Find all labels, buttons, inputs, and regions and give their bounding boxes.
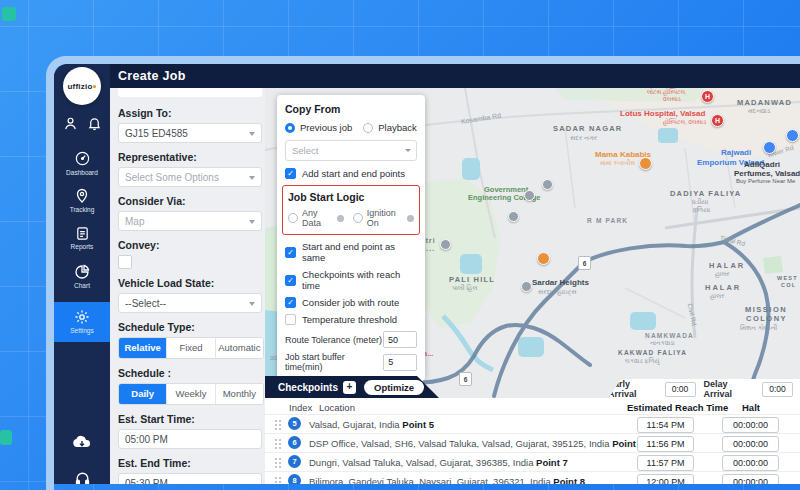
brand-name: uffizio	[68, 82, 93, 91]
reach-time-input[interactable]: 12:00 PM	[637, 474, 694, 485]
option-checkbox[interactable]: ✓	[285, 247, 296, 258]
map-label: Lotus Hospital, Valsad	[620, 109, 705, 118]
optimize-button[interactable]: Optimize	[364, 380, 424, 395]
sidebar-item-dashboard[interactable]: Dashboard	[54, 150, 110, 176]
option-row[interactable]: ✓ Start and end point as same	[285, 241, 417, 263]
halt-input[interactable]: 00:00:00	[722, 455, 779, 471]
job-start-logic-box: Job Start Logic Any Data Ignition On	[282, 185, 420, 235]
copy-from-title: Copy From	[285, 103, 417, 115]
headset-icon[interactable]	[54, 470, 110, 484]
map-label: પાલી હિલ	[452, 284, 477, 292]
ignition-on-radio[interactable]	[353, 213, 363, 223]
halt-input[interactable]: 00:00:00	[722, 436, 779, 452]
representative-select[interactable]: Select Some Options	[118, 167, 262, 187]
schedule-type-relative[interactable]: Relative	[119, 338, 167, 358]
chevron-down-icon	[249, 302, 255, 306]
route-tolerance-input[interactable]: 50	[383, 331, 417, 348]
halt-header: Halt	[742, 402, 760, 413]
consider-via-select[interactable]: Map	[118, 211, 262, 231]
map-label: HALAR	[705, 283, 741, 292]
sidebar: uffizio Dashboard Tracking	[54, 64, 110, 484]
sidebar-item-tracking[interactable]: Tracking	[54, 188, 110, 213]
location-text: Valsad, Gujarat, India Point 5	[309, 419, 434, 430]
map-marker-icon	[639, 157, 652, 170]
map-label: COL	[781, 282, 796, 288]
map-marker-icon	[763, 141, 776, 154]
schedule-type-fixed[interactable]: Fixed	[167, 338, 215, 358]
pie-chart-icon	[54, 264, 110, 280]
add-checkpoint-button[interactable]: +	[343, 381, 356, 394]
schedule-monthly[interactable]: Monthly	[216, 384, 263, 404]
map-label: HALAR	[709, 261, 745, 270]
halt-input[interactable]: 00:00:00	[722, 474, 779, 485]
copy-from-panel: Copy From Previous job Playback Select ✓…	[277, 95, 425, 381]
sidebar-item-settings[interactable]: Settings	[54, 302, 110, 342]
buffer-time-input[interactable]: 5	[383, 354, 417, 371]
map-label: R M PARK	[587, 217, 628, 224]
map-label: Rajwadi	[721, 148, 751, 157]
any-data-radio[interactable]	[288, 213, 298, 223]
drag-handle-icon[interactable]	[275, 420, 277, 422]
est-start-input[interactable]: 05:00 PM	[118, 429, 262, 449]
drag-handle-icon[interactable]	[275, 439, 277, 441]
playback-radio[interactable]	[363, 123, 373, 133]
schedule-weekly[interactable]: Weekly	[167, 384, 215, 404]
option-checkbox[interactable]: ✓	[285, 275, 296, 286]
sidebar-item-reports[interactable]: Reports	[54, 226, 110, 250]
map-label: SADAR NAGAR	[553, 124, 622, 133]
vehicle-load-select[interactable]: --Select--	[118, 293, 262, 313]
map-label: KAKWAD FALIYA	[618, 349, 687, 356]
drag-handle-icon[interactable]	[275, 458, 277, 460]
schedule-daily[interactable]: Daily	[119, 384, 167, 404]
cloud-download-icon[interactable]	[54, 434, 110, 450]
option-row[interactable]: Temperature threshold	[285, 314, 417, 325]
halt-input[interactable]: 00:00:00	[722, 417, 779, 433]
schedule-type-label: Schedule Type:	[118, 321, 265, 333]
location-header: Location	[319, 402, 355, 413]
convey-checkbox[interactable]	[118, 255, 132, 269]
convey-label: Convey:	[118, 239, 265, 251]
previous-job-radio[interactable]	[285, 123, 295, 133]
map-label: Sardar Heights	[532, 278, 589, 287]
reach-time-input[interactable]: 11:54 PM	[637, 417, 694, 433]
partial-input[interactable]	[118, 88, 262, 97]
map-label: હાલર	[710, 292, 725, 300]
option-row[interactable]: ✓ Consider job with route	[285, 297, 417, 308]
map-label: Perfumes, Valsad	[734, 169, 800, 178]
arrivals-bar: Early Arrival 0:00 Delay Arrival 0:00	[608, 379, 800, 398]
previous-job-label: Previous job	[300, 122, 352, 133]
map-label: AdilQadri	[744, 160, 780, 169]
map-label: મિશન કોલોની	[740, 324, 777, 332]
assign-to-select[interactable]: GJ15 ED4585	[118, 123, 262, 143]
user-icon[interactable]	[63, 116, 78, 135]
map-label: વલસાડ	[663, 96, 681, 103]
option-checkbox[interactable]: ✓	[285, 297, 296, 308]
add-points-checkbox[interactable]: ✓	[285, 168, 296, 179]
est-end-input[interactable]: 05:30 PM	[118, 473, 262, 484]
map-marker-icon	[524, 190, 535, 201]
map-label: ધડીયા	[692, 198, 708, 206]
schedule-type-automatic[interactable]: Automatic	[216, 338, 263, 358]
reach-time-input[interactable]: 11:56 PM	[637, 436, 694, 452]
option-row[interactable]: ✓ Checkpoints with reach time	[285, 269, 417, 291]
bell-icon[interactable]	[87, 116, 102, 135]
sidebar-item-chart[interactable]: Chart	[54, 264, 110, 289]
reach-time-header: Estimated Reach Time	[627, 402, 728, 413]
option-label: Temperature threshold	[302, 314, 397, 325]
copy-from-select[interactable]: Select	[285, 140, 417, 161]
add-points-row[interactable]: ✓ Add start and end points	[285, 168, 417, 179]
map[interactable]: Kosamba RdSADAR NAGARસદર નગરMADANWADમદનવ…	[265, 88, 800, 398]
drag-handle-icon[interactable]	[275, 477, 277, 479]
map-label: MADANWAD	[737, 98, 792, 107]
app-header: Create Job	[54, 64, 800, 88]
map-label: Buy Perfume Near Me	[736, 178, 795, 184]
create-job-form: Assign To: GJ15 ED4585 Representative: S…	[110, 88, 265, 484]
map-label: WEST R	[777, 275, 800, 281]
early-arrival-input[interactable]: 0:00	[665, 382, 696, 397]
reach-time-input[interactable]: 11:57 PM	[637, 455, 694, 471]
map-label: લોટસ હોસ્પિટલ,	[647, 89, 687, 96]
info-dot-icon	[407, 215, 414, 222]
delay-arrival-input[interactable]: 0:00	[762, 382, 793, 397]
option-checkbox[interactable]	[285, 314, 296, 325]
map-label: મદનવાડ	[748, 107, 770, 115]
